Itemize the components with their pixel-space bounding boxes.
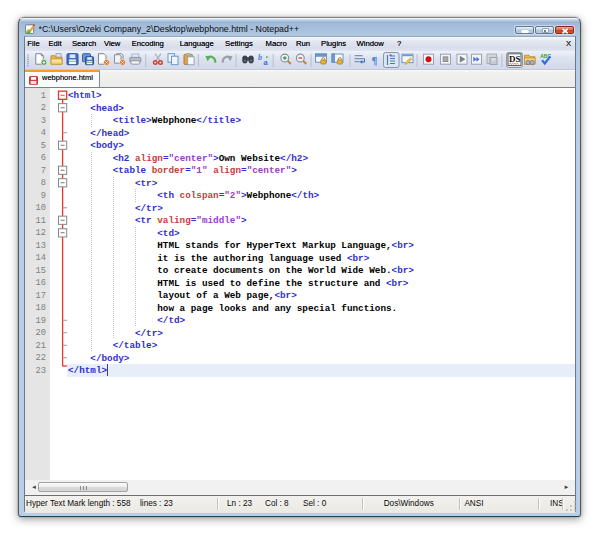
svg-text:¶: ¶: [372, 54, 378, 66]
svg-text:b: b: [258, 53, 262, 62]
svg-text:DS: DS: [509, 54, 521, 64]
svg-text:a: a: [263, 57, 268, 67]
